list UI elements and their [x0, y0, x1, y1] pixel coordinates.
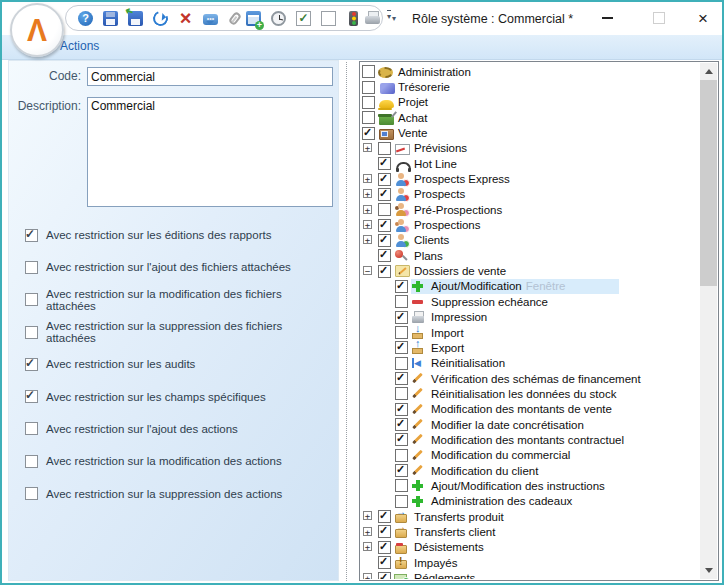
tree-item[interactable]: Prospections — [361, 217, 701, 232]
vertical-scrollbar[interactable] — [700, 63, 717, 579]
tree-checkbox[interactable] — [378, 265, 391, 278]
check-on-button[interactable] — [296, 9, 311, 27]
tree-checkbox[interactable] — [378, 234, 391, 247]
tree-item[interactable]: Hot Line — [361, 156, 701, 171]
restriction-checkbox[interactable] — [25, 390, 38, 403]
tree-checkbox[interactable] — [378, 219, 391, 232]
expand-icon[interactable] — [362, 171, 378, 186]
menu-item-actions[interactable]: Actions — [60, 39, 99, 53]
tree-checkbox[interactable] — [395, 341, 408, 354]
tree-checkbox[interactable] — [395, 372, 408, 385]
restriction-checkbox[interactable] — [25, 229, 38, 242]
tree-item[interactable]: Projet — [361, 95, 701, 110]
expand-icon[interactable] — [362, 540, 378, 555]
minimize-button[interactable] — [590, 2, 624, 34]
check-off-button[interactable] — [321, 9, 336, 27]
tree-item[interactable]: Prospects — [361, 187, 701, 202]
tree-item[interactable]: Réinitialisation les données du stock — [361, 386, 701, 401]
tree-checkbox[interactable] — [395, 387, 408, 400]
tree-item[interactable]: Transferts produit — [361, 509, 701, 524]
save-button[interactable] — [103, 9, 118, 27]
tree-checkbox[interactable] — [395, 295, 408, 308]
close-button[interactable]: × — [686, 2, 720, 34]
expand-icon[interactable] — [362, 141, 378, 156]
tree-item[interactable]: Ajout/ModificationFenêtre — [361, 279, 701, 294]
tree-checkbox[interactable] — [378, 556, 391, 569]
tree-item[interactable]: Impayés — [361, 555, 701, 570]
restriction-checkbox[interactable] — [25, 487, 38, 500]
save-close-button[interactable] — [128, 9, 143, 27]
tree-item[interactable]: Clients — [361, 233, 701, 248]
tree-item[interactable]: Réinitialisation — [361, 356, 701, 371]
collapse-icon[interactable] — [362, 263, 378, 278]
toolbar-overflow-icon[interactable]: ▾ — [387, 10, 391, 22]
tree-item[interactable]: Vente — [361, 125, 701, 140]
tree-item[interactable]: Modification des montants de vente — [361, 402, 701, 417]
tree-checkbox[interactable] — [395, 418, 408, 431]
panel-splitter[interactable] — [346, 62, 348, 581]
tree-item[interactable]: Trésorerie — [361, 79, 701, 94]
tree-item[interactable]: Prospects Express — [361, 171, 701, 186]
tree-checkbox[interactable] — [362, 111, 375, 124]
tree-item[interactable]: Modification du commercial — [361, 448, 701, 463]
tree-checkbox[interactable] — [395, 403, 408, 416]
tree-checkbox[interactable] — [395, 479, 408, 492]
tree-checkbox[interactable] — [362, 127, 375, 140]
tree-item[interactable]: Impression — [361, 310, 701, 325]
tree-item[interactable]: Dossiers de vente — [361, 263, 701, 278]
restriction-checkbox[interactable] — [25, 455, 38, 468]
restriction-checkbox[interactable] — [25, 293, 38, 306]
tree-checkbox[interactable] — [395, 280, 408, 293]
refresh-button[interactable] — [153, 9, 168, 27]
tree-checkbox[interactable] — [378, 249, 391, 262]
tree-item[interactable]: Modification des montants contractuel — [361, 432, 701, 447]
description-input[interactable]: Commercial — [87, 97, 333, 207]
tree-checkbox[interactable] — [395, 326, 408, 339]
comment-button[interactable] — [203, 9, 218, 27]
tree-checkbox[interactable] — [362, 96, 375, 109]
restriction-checkbox[interactable] — [25, 326, 38, 339]
expand-icon[interactable] — [362, 524, 378, 539]
history-button[interactable] — [271, 9, 286, 27]
tree-item[interactable]: Export — [361, 340, 701, 355]
tree-checkbox[interactable] — [362, 65, 375, 78]
tree-checkbox[interactable] — [378, 541, 391, 554]
tree-checkbox[interactable] — [395, 464, 408, 477]
expand-icon[interactable] — [362, 233, 378, 248]
tree-checkbox[interactable] — [378, 510, 391, 523]
tree-item[interactable]: Pré-Prospections — [361, 202, 701, 217]
tree-item[interactable]: Administration — [361, 64, 701, 79]
tree-checkbox[interactable] — [378, 525, 391, 538]
expand-icon[interactable] — [362, 509, 378, 524]
tree-item[interactable]: Achat — [361, 110, 701, 125]
expand-icon[interactable] — [362, 202, 378, 217]
tree-item[interactable]: Réglements — [361, 570, 701, 579]
tree-checkbox[interactable] — [395, 357, 408, 370]
expand-icon[interactable] — [362, 570, 378, 579]
tree-checkbox[interactable] — [362, 81, 375, 94]
traffic-light-button[interactable] — [346, 9, 355, 27]
tree-item[interactable]: Transferts client — [361, 524, 701, 539]
scroll-up-icon[interactable] — [700, 63, 717, 80]
tree-checkbox[interactable] — [395, 449, 408, 462]
tree-item[interactable]: Prévisions — [361, 141, 701, 156]
tree-checkbox[interactable] — [378, 572, 391, 579]
print-dropdown-icon[interactable]: ▾ — [392, 14, 396, 23]
restriction-checkbox[interactable] — [25, 358, 38, 371]
tree-item[interactable]: Plans — [361, 248, 701, 263]
scrollbar-thumb[interactable] — [700, 80, 717, 286]
tree-checkbox[interactable] — [395, 433, 408, 446]
tree-item[interactable]: Import — [361, 325, 701, 340]
tree-item[interactable]: Suppression echéance — [361, 294, 701, 309]
expand-icon[interactable] — [362, 217, 378, 232]
expand-icon[interactable] — [362, 187, 378, 202]
tree-item[interactable]: Modifier la date concrétisation — [361, 417, 701, 432]
tree-checkbox[interactable] — [378, 203, 391, 216]
code-input[interactable] — [87, 67, 333, 86]
tree-checkbox[interactable] — [378, 188, 391, 201]
tree-checkbox[interactable] — [378, 173, 391, 186]
print-button[interactable] — [365, 9, 380, 27]
tree-checkbox[interactable] — [378, 157, 391, 170]
tree-checkbox[interactable] — [395, 311, 408, 324]
tree-item[interactable]: Administration des cadeaux — [361, 494, 701, 509]
